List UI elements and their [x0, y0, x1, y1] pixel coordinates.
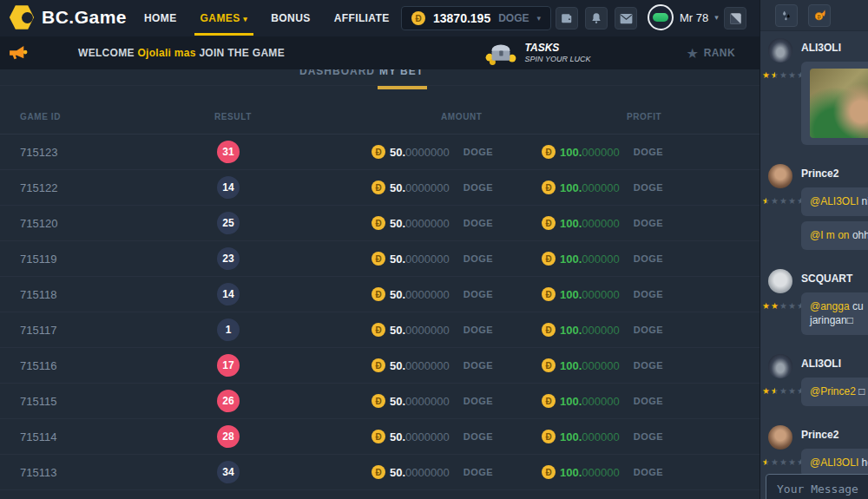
game-id[interactable]: 715120: [20, 217, 57, 230]
chat-sidebar: ₿ ★★★★★★ ALI3OLI ★★★★★★ Prince2: [760, 0, 868, 499]
table-row[interactable]: 715119 23 Ð 50.0000000 DOGE Ð 100.000000…: [0, 241, 760, 277]
table-header: GAME ID RESULT AMOUNT PROFIT: [0, 86, 760, 135]
avatar[interactable]: [768, 38, 792, 62]
doge-coin-icon: Ð: [542, 145, 556, 159]
chat-header: ₿: [760, 0, 868, 31]
messages-button[interactable]: [615, 7, 637, 30]
welcome-username: Ojolali mas: [137, 47, 195, 59]
avatar[interactable]: [768, 164, 792, 188]
bell-icon: [590, 12, 602, 24]
result-badge: 14: [217, 176, 240, 199]
result-badge: 28: [217, 425, 240, 448]
rain-button[interactable]: [775, 4, 798, 27]
bet-amount: Ð 50.0000000 DOGE: [372, 145, 493, 159]
vip-level-badge: [653, 13, 668, 22]
chat-username[interactable]: ALI3OLI: [801, 358, 868, 370]
bet-profit: Ð 100.000000 DOGE: [542, 145, 663, 159]
brand-logo[interactable]: BC.Game: [9, 4, 127, 30]
result-badge: 26: [217, 390, 240, 412]
table-row[interactable]: 715116 17 Ð 50.0000000 DOGE Ð 100.000000…: [0, 348, 760, 384]
avatar[interactable]: [768, 269, 792, 293]
game-id[interactable]: 715114: [20, 430, 56, 443]
bet-profit: Ð 100.000000 DOGE: [542, 252, 663, 266]
chat-bubble: @Prince2 □: [801, 378, 868, 406]
doge-coin-icon: Ð: [372, 394, 385, 408]
balance-currency-selector[interactable]: Ð 13870.195 DOGE ▾: [401, 6, 551, 30]
announcement-banner: WELCOME Ojolali mas JOIN THE GAME TASKS …: [0, 36, 760, 69]
user-menu[interactable]: Mr 78 ▾: [648, 4, 719, 30]
mention: @Prince2: [810, 385, 856, 397]
wallet-button[interactable]: [556, 7, 578, 30]
bet-amount: Ð 50.0000000 DOGE: [372, 216, 493, 230]
tasks-title: TASKS: [525, 42, 591, 55]
doge-coin-icon: Ð: [372, 145, 385, 159]
col-amount: AMOUNT: [441, 112, 482, 121]
table-row[interactable]: 715122 14 Ð 50.0000000 DOGE Ð 100.000000…: [0, 170, 760, 206]
chevron-down-icon: ▾: [537, 14, 542, 23]
table-row[interactable]: 715117 1 Ð 50.0000000 DOGE Ð 100.000000 …: [0, 312, 760, 348]
chat-username[interactable]: Prince2: [801, 167, 868, 180]
wallet-icon: [561, 12, 573, 24]
my-bet-table: GAME ID RESULT AMOUNT PROFIT 715123 31 Ð…: [0, 86, 760, 490]
table-row[interactable]: 715123 31 Ð 50.0000000 DOGE Ð 100.000000…: [0, 135, 760, 170]
top-navbar: BC.Game HOME GAMES ▾ BONUS AFFILIATE FOR…: [0, 0, 760, 36]
bet-profit: Ð 100.000000 DOGE: [542, 181, 663, 194]
chat-username[interactable]: Prince2: [801, 429, 868, 441]
doge-coin-icon: Ð: [372, 323, 385, 337]
bet-profit: Ð 100.000000 DOGE: [542, 323, 663, 337]
chat-message: ★★★★★★ ALI3OLI: [760, 35, 868, 150]
chat-image[interactable]: [810, 69, 868, 138]
game-id[interactable]: 715119: [20, 253, 56, 266]
doge-coin-icon: Ð: [372, 430, 385, 443]
game-id[interactable]: 715118: [20, 288, 56, 301]
bet-profit: Ð 100.000000 DOGE: [542, 430, 663, 443]
game-id[interactable]: 715116: [20, 359, 56, 372]
balance-currency: DOGE: [498, 12, 529, 24]
welcome-message: WELCOME Ojolali mas JOIN THE GAME: [78, 47, 285, 59]
notifications-button[interactable]: [585, 7, 608, 30]
nav-affiliate[interactable]: AFFILIATE: [334, 12, 390, 24]
doge-coin-icon: Ð: [542, 216, 556, 230]
bet-profit: Ð 100.000000 DOGE: [542, 465, 663, 479]
bet-amount: Ð 50.0000000 DOGE: [372, 465, 493, 479]
tasks-button[interactable]: TASKS SPIN YOUR LUCK: [483, 41, 591, 65]
result-badge: 31: [217, 141, 240, 163]
table-row[interactable]: 715113 34 Ð 50.0000000 DOGE Ð 100.000000…: [0, 455, 760, 490]
doge-coin-icon: Ð: [542, 323, 556, 337]
coin-drop-button[interactable]: ₿: [808, 4, 831, 27]
chat-toggle-button[interactable]: [724, 7, 746, 30]
rank-label: RANK: [704, 47, 735, 59]
chat-message: ★★★★★ SCQUART @angga cu jaringan□: [760, 266, 868, 341]
bet-profit: Ð 100.000000 DOGE: [542, 216, 663, 230]
game-id[interactable]: 715122: [20, 181, 57, 194]
rank-button[interactable]: ★ RANK: [686, 45, 735, 62]
doge-coin-icon: Ð: [372, 216, 385, 230]
game-id[interactable]: 715113: [20, 466, 56, 479]
chevron-down-icon: ▾: [243, 15, 247, 23]
star-icon: ★: [686, 45, 698, 62]
chat-message-input[interactable]: [766, 474, 868, 499]
result-badge: 17: [217, 354, 240, 377]
result-badge: 14: [217, 283, 240, 305]
bet-amount: Ð 50.0000000 DOGE: [372, 394, 493, 408]
svg-text:₿: ₿: [817, 14, 821, 19]
table-row[interactable]: 715115 26 Ð 50.0000000 DOGE Ð 100.000000…: [0, 384, 760, 419]
result-badge: 34: [217, 461, 240, 483]
doge-coin-icon: Ð: [372, 252, 385, 266]
avatar[interactable]: [768, 354, 792, 378]
chat-username[interactable]: SCQUART: [801, 272, 868, 285]
table-row[interactable]: 715118 14 Ð 50.0000000 DOGE Ð 100.000000…: [0, 277, 760, 312]
game-id[interactable]: 715115: [20, 395, 56, 408]
table-row[interactable]: 715114 28 Ð 50.0000000 DOGE Ð 100.000000…: [0, 419, 760, 455]
game-id[interactable]: 715123: [20, 146, 57, 159]
nav-games[interactable]: GAMES ▾: [201, 12, 248, 24]
chat-username[interactable]: ALI3OLI: [801, 42, 868, 54]
chat-message-list: ★★★★★★ ALI3OLI ★★★★★★ Prince2 @ALI3OLI n…: [760, 35, 868, 493]
avatar[interactable]: [768, 425, 792, 450]
result-badge: 1: [217, 318, 240, 341]
user-name: Mr 78: [680, 11, 708, 24]
nav-bonus[interactable]: BONUS: [271, 12, 310, 24]
game-id[interactable]: 715117: [20, 324, 56, 337]
table-row[interactable]: 715120 25 Ð 50.0000000 DOGE Ð 100.000000…: [0, 206, 760, 241]
nav-home[interactable]: HOME: [144, 12, 177, 24]
